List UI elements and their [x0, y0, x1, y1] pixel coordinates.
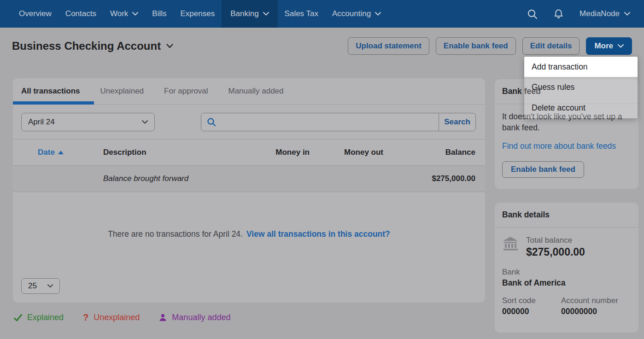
- column-header-date[interactable]: Date: [38, 148, 103, 157]
- sort-code-value: 000000: [502, 307, 561, 316]
- account-number-block: Account number 00000000: [561, 296, 620, 316]
- notifications-bell-icon[interactable]: [549, 0, 568, 28]
- nav-label: Accounting: [332, 9, 371, 18]
- codes-row: Sort code 000000 Account number 00000000: [502, 296, 631, 316]
- menu-item-add-transaction[interactable]: Add transaction: [524, 57, 638, 77]
- column-header-balance: Balance: [383, 148, 475, 157]
- page-size-select[interactable]: 25: [21, 278, 60, 294]
- period-select[interactable]: April 24: [21, 113, 155, 131]
- nav-item-bills[interactable]: Bills: [145, 0, 173, 28]
- view-all-transactions-link[interactable]: View all transactions in this account?: [246, 229, 390, 239]
- page-size-value: 25: [28, 281, 37, 291]
- empty-state: There are no transactions for April 24. …: [13, 192, 485, 276]
- chevron-down-icon: [47, 284, 53, 288]
- bank-feeds-info-link[interactable]: Find out more about bank feeds: [502, 141, 631, 151]
- status-legend: Explained ? Unexplained Manually added: [14, 312, 230, 323]
- transactions-panel: All transactions Unexplained For approva…: [13, 78, 485, 303]
- table-header-row: Date Description Money in Money out Bala…: [13, 140, 485, 166]
- page-title: Business Checking Account: [12, 40, 161, 53]
- total-balance-label: Total balance: [526, 236, 585, 245]
- bank-name-block: Bank Bank of America: [502, 268, 631, 288]
- tab-for-approval[interactable]: For approval: [164, 87, 208, 96]
- pagination-row: 25: [13, 276, 485, 296]
- nav-item-overview[interactable]: Overview: [12, 0, 59, 28]
- legend-unexplained: ? Unexplained: [83, 312, 140, 323]
- nav-item-expenses[interactable]: Expenses: [173, 0, 222, 28]
- sort-code-label: Sort code: [502, 296, 561, 305]
- nav-item-accounting[interactable]: Accounting: [325, 0, 388, 28]
- menu-item-delete-account[interactable]: Delete account: [524, 98, 638, 118]
- legend-label: Unexplained: [94, 313, 140, 322]
- column-label: Date: [38, 148, 55, 157]
- user-menu[interactable]: MediaNode: [575, 9, 632, 18]
- filter-row: April 24 Search: [13, 105, 485, 140]
- nav-label: Banking: [230, 9, 258, 18]
- chevron-down-icon: [624, 12, 630, 16]
- total-balance-row: Total balance $275,000.00: [502, 236, 631, 258]
- chevron-down-icon: [618, 44, 624, 48]
- bbf-balance: $275,000.00: [383, 174, 475, 183]
- total-balance-value: $275,000.00: [526, 246, 585, 258]
- active-tab-underline: [13, 101, 94, 105]
- edit-details-button[interactable]: Edit details: [522, 37, 580, 55]
- nav-item-work[interactable]: Work: [103, 0, 145, 28]
- period-select-value: April 24: [28, 117, 55, 127]
- chevron-down-icon: [263, 12, 269, 16]
- question-mark-icon: ?: [83, 312, 88, 323]
- column-header-money-out: Money out: [310, 148, 383, 157]
- more-dropdown-menu: Add transaction Guess rules Delete accou…: [524, 57, 638, 118]
- nav-label: Expenses: [180, 9, 215, 18]
- bank-details-card: Bank details Total balance $275,000.00 B…: [495, 203, 638, 333]
- tab-unexplained[interactable]: Unexplained: [100, 87, 144, 96]
- legend-manually-added: Manually added: [159, 313, 230, 322]
- account-title-dropdown[interactable]: Business Checking Account: [12, 40, 173, 53]
- search-icon[interactable]: [522, 0, 542, 28]
- chevron-down-icon: [142, 120, 148, 124]
- empty-state-text: There are no transactions for April 24.: [108, 229, 243, 239]
- bank-label: Bank: [502, 268, 631, 277]
- nav-item-sales-tax[interactable]: Sales Tax: [278, 0, 325, 28]
- check-icon: [14, 314, 22, 321]
- nav-item-contacts[interactable]: Contacts: [59, 0, 103, 28]
- chevron-down-icon: [166, 44, 173, 48]
- search-icon: [207, 117, 216, 127]
- account-number-value: 00000000: [561, 307, 620, 316]
- header-actions: Upload statement Enable bank feed Edit d…: [348, 37, 632, 55]
- search-group: Search: [201, 113, 476, 131]
- nav-label: Bills: [152, 9, 166, 18]
- tab-all-transactions[interactable]: All transactions: [21, 87, 80, 96]
- enable-bank-feed-button[interactable]: Enable bank feed: [436, 37, 516, 55]
- sort-code-block: Sort code 000000: [502, 296, 561, 316]
- nav-item-banking[interactable]: Banking: [222, 0, 277, 28]
- column-header-money-in: Money in: [236, 148, 310, 157]
- balance-forward-row: Balance brought forward $275,000.00: [13, 166, 485, 192]
- search-input[interactable]: [221, 117, 433, 127]
- nav-right-group: MediaNode: [522, 0, 632, 28]
- more-button[interactable]: More: [586, 37, 632, 55]
- person-icon: [159, 314, 167, 321]
- tabs-row: All transactions Unexplained For approva…: [13, 78, 485, 105]
- tab-manually-added[interactable]: Manually added: [228, 87, 284, 96]
- legend-label: Manually added: [172, 313, 230, 322]
- user-name: MediaNode: [580, 9, 620, 18]
- chevron-down-icon: [132, 12, 138, 16]
- legend-explained: Explained: [14, 313, 64, 322]
- sort-ascending-icon: [58, 151, 64, 154]
- nav-label: Work: [110, 9, 128, 18]
- bank-name-value: Bank of America: [502, 278, 631, 288]
- search-box: [201, 113, 439, 131]
- search-button[interactable]: Search: [439, 113, 475, 131]
- enable-bank-feed-card-button[interactable]: Enable bank feed: [502, 161, 584, 178]
- bank-building-icon: [502, 236, 519, 251]
- more-button-label: More: [594, 41, 613, 51]
- legend-label: Explained: [27, 313, 64, 322]
- nav-label: Overview: [19, 9, 52, 18]
- bbf-description: Balance brought forward: [103, 174, 236, 183]
- chevron-down-icon: [375, 12, 381, 16]
- upload-statement-button[interactable]: Upload statement: [348, 37, 429, 55]
- nav-label: Contacts: [65, 9, 96, 18]
- bank-details-card-title: Bank details: [495, 203, 638, 228]
- menu-item-guess-rules[interactable]: Guess rules: [524, 77, 638, 98]
- account-number-label: Account number: [561, 296, 620, 305]
- column-header-description: Description: [103, 148, 236, 157]
